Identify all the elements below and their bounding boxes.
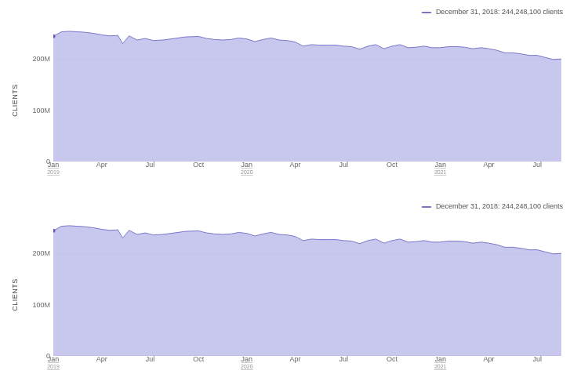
y-tick: 200M — [32, 249, 50, 257]
x-tick: Apr — [96, 356, 107, 364]
x-tick: Jul — [146, 356, 155, 364]
x-tick: Jan2019 — [47, 162, 60, 176]
x-tick: Jan2021 — [434, 162, 447, 176]
y-axis-label: CLIENTS — [11, 278, 19, 311]
x-tick: Apr — [483, 356, 494, 364]
x-tick: Apr — [290, 162, 301, 169]
x-tick: Oct — [193, 162, 204, 169]
x-tick: Oct — [387, 162, 397, 169]
area-series — [53, 226, 561, 356]
y-tick: 200M — [32, 55, 50, 63]
legend-swatch-icon — [422, 206, 431, 208]
x-tick: Jul — [339, 356, 349, 364]
y-tick: 100M — [32, 301, 50, 309]
x-tick: Oct — [387, 356, 397, 364]
area-series — [53, 31, 561, 162]
legend[interactable]: December 31, 2018: 244,248,100 clients — [422, 202, 563, 210]
clients-chart-2[interactable]: December 31, 2018: 244,248,100 clientsCL… — [19, 210, 569, 379]
x-tick: Jul — [532, 356, 542, 364]
plot-area[interactable] — [53, 223, 561, 356]
x-tick: Jan2021 — [434, 356, 447, 370]
y-tick: 100M — [32, 107, 50, 114]
x-tick: Jan2019 — [47, 356, 60, 370]
x-tick: Jan2020 — [241, 356, 253, 370]
legend[interactable]: December 31, 2018: 244,248,100 clients — [422, 8, 563, 16]
plot-area[interactable] — [53, 28, 561, 162]
x-tick: Apr — [96, 162, 107, 169]
x-tick: Oct — [193, 356, 204, 364]
x-tick: Jan2020 — [241, 162, 253, 176]
x-tick: Apr — [290, 356, 301, 364]
legend-swatch-icon — [422, 12, 431, 13]
y-axis-label: CLIENTS — [11, 84, 19, 117]
x-tick: Jul — [146, 162, 155, 169]
x-tick: Jul — [532, 162, 542, 169]
x-tick: Apr — [483, 162, 494, 169]
legend-label: December 31, 2018: 244,248,100 clients — [436, 202, 563, 210]
legend-label: December 31, 2018: 244,248,100 clients — [436, 8, 563, 16]
clients-chart-1[interactable]: December 31, 2018: 244,248,100 clientsCL… — [19, 16, 569, 184]
x-tick: Jul — [339, 162, 349, 169]
